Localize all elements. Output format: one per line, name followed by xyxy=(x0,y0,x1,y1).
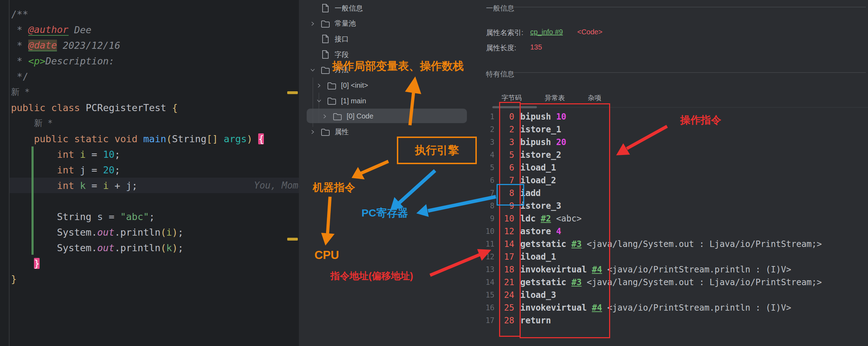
annotation-box-execution-engine: 执行引擎 xyxy=(397,137,477,164)
tree-chevron[interactable] xyxy=(309,19,316,29)
chevron-down-icon[interactable] xyxy=(309,65,316,75)
code-token: s xyxy=(97,211,103,222)
bytecode-token: 10 xyxy=(556,112,566,122)
code-token: String xyxy=(57,211,97,222)
tree-item-label: 属性 xyxy=(335,127,349,137)
tree-item--[interactable]: 常量池 xyxy=(299,16,482,31)
editor-line[interactable]: /** xyxy=(11,6,28,22)
bytecode-token[interactable]: #3 xyxy=(572,239,582,249)
attr-length-value: 135 xyxy=(530,43,542,51)
tree-chevron[interactable] xyxy=(316,81,323,91)
tree-item--[interactable]: 接口 xyxy=(299,31,482,47)
bytecode-token: bipush xyxy=(520,137,556,147)
bytecode-offset: 25 xyxy=(498,303,514,313)
bytecode-token[interactable]: #4 xyxy=(592,265,602,275)
code-token: * xyxy=(11,40,28,51)
bytecode-offset: 9 xyxy=(498,201,514,211)
horizontal-scrollbar-thumb[interactable] xyxy=(492,106,537,108)
tab-exception-table[interactable]: 异常表 xyxy=(545,93,565,103)
bytecode-instruction: istore_2 xyxy=(520,150,561,160)
tree-item--[interactable]: 字段 xyxy=(299,47,482,62)
editor-line[interactable]: int i = 10; xyxy=(11,146,120,162)
code-editor[interactable]: /** * @author Dee * @date 2023/12/16 * <… xyxy=(0,0,299,346)
chevron-right-icon[interactable] xyxy=(321,111,328,121)
tree-chevron[interactable] xyxy=(309,127,316,137)
editor-line[interactable]: int j = 20; xyxy=(11,162,120,178)
editor-line[interactable]: System.out.println(k); xyxy=(11,240,184,255)
bytecode-token[interactable]: #4 xyxy=(592,303,602,313)
tree-item--[interactable]: 一般信息 xyxy=(299,0,482,16)
bytecode-token[interactable]: #2 xyxy=(541,214,551,224)
bytecode-token: bipush xyxy=(520,112,556,122)
section-header-specific: 特有信息 xyxy=(486,69,514,79)
editor-line[interactable]: 新 * xyxy=(11,84,30,100)
tree-item--0-Code[interactable]: [0] Code xyxy=(299,109,482,124)
editor-line[interactable]: * @date 2023/12/16 xyxy=(11,38,120,53)
tab-bytecode[interactable]: 字节码 xyxy=(502,93,522,103)
chevron-right-icon[interactable] xyxy=(309,127,316,137)
bytecode-token[interactable]: #3 xyxy=(572,277,582,287)
code-token xyxy=(57,40,63,51)
editor-line[interactable]: } xyxy=(11,255,40,271)
bytecode-token: iload_3 xyxy=(520,290,556,300)
horizontal-scrollbar-track[interactable] xyxy=(492,107,868,108)
chevron-down-icon[interactable] xyxy=(316,96,323,106)
tree-item-label: 方法 xyxy=(335,65,349,75)
code-token: } xyxy=(11,273,17,284)
tree-item--[interactable]: 方法 xyxy=(299,62,482,78)
editor-line[interactable]: public static void main(String[] args) { xyxy=(11,131,264,146)
bytecode-offset: 6 xyxy=(498,163,514,173)
editor-line[interactable]: String s = "abc"; xyxy=(11,209,155,224)
code-token xyxy=(46,102,51,113)
bytecode-instruction: iadd xyxy=(520,188,541,198)
folder-icon-slot xyxy=(327,81,337,91)
bytecode-token: <java/io/PrintStream.println : (I)V> xyxy=(602,265,791,275)
bytecode-line-number: 7 xyxy=(482,189,494,197)
bytecode-line-number: 17 xyxy=(482,316,494,325)
code-token xyxy=(11,242,57,253)
editor-line[interactable]: * <p>Description: xyxy=(11,53,115,69)
code-token: class xyxy=(51,102,80,113)
chevron-right-icon[interactable] xyxy=(309,19,316,29)
tree-chevron[interactable] xyxy=(321,111,328,121)
attr-name-index-label: 属性名索引: xyxy=(486,28,523,38)
editor-line[interactable]: int k = i + j; xyxy=(11,178,138,193)
tree-chevron[interactable] xyxy=(316,96,323,106)
tree-item-label: 字段 xyxy=(335,50,349,59)
code-token: k xyxy=(166,242,172,253)
tree-chevron[interactable] xyxy=(309,65,316,75)
bytecode-token: ldc xyxy=(520,214,541,224)
tab-misc[interactable]: 杂项 xyxy=(588,93,601,103)
section-header-general: 一般信息 xyxy=(486,4,514,13)
chevron-right-icon[interactable] xyxy=(316,81,323,91)
editor-line[interactable]: * @author Dee xyxy=(11,22,92,38)
code-token: @date xyxy=(28,40,57,51)
editor-line[interactable]: } xyxy=(11,271,17,287)
error-stripe-mark[interactable] xyxy=(287,238,298,241)
folder-icon-slot xyxy=(327,96,337,106)
bytecode-line-number: 13 xyxy=(482,265,494,274)
editor-line[interactable]: public class PCRegisterTest { xyxy=(11,100,178,115)
cp-info-link[interactable]: cp_info #9 xyxy=(530,28,563,36)
bytecode-token: iload_1 xyxy=(520,252,556,262)
code-token: int xyxy=(57,165,74,175)
bytecode-instruction: getstatic #3 <java/lang/System.out : Lja… xyxy=(520,239,822,249)
code-token: ( xyxy=(166,133,172,144)
code-token: k xyxy=(80,180,86,191)
bytecode-instruction: iload_1 xyxy=(520,163,556,173)
code-token: i xyxy=(103,180,109,191)
tree-item-label: [1] main xyxy=(341,97,366,105)
bytecode-instruction: istore_1 xyxy=(520,125,561,134)
bytecode-line-number: 11 xyxy=(482,240,494,248)
editor-line[interactable]: 新 * xyxy=(11,115,53,131)
editor-line[interactable]: */ xyxy=(11,69,28,84)
bytecode-token: return xyxy=(520,316,551,325)
bytecode-instruction: getstatic #3 <java/lang/System.out : Lja… xyxy=(520,277,822,287)
code-token xyxy=(138,133,143,144)
tree-item--1-main[interactable]: [1] main xyxy=(299,93,482,109)
editor-line[interactable]: System.out.println(i); xyxy=(11,224,184,240)
code-token: = xyxy=(103,211,120,222)
error-stripe-mark[interactable] xyxy=(287,91,298,94)
code-token xyxy=(11,149,57,160)
tree-item--0-init-[interactable]: [0] <init> xyxy=(299,78,482,93)
